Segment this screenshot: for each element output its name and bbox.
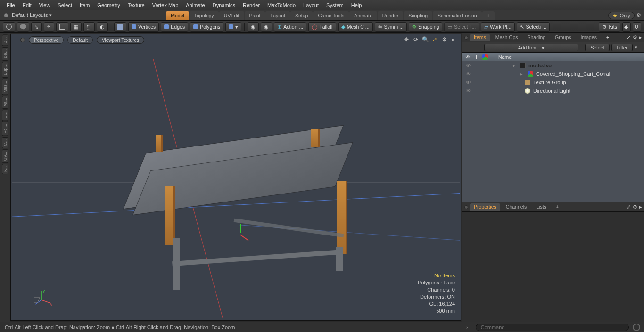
kits-button[interactable]: ⚙Kits xyxy=(599,22,620,32)
viewport-canvas[interactable] xyxy=(12,45,460,319)
eye-column-icon[interactable]: 👁 xyxy=(465,54,471,60)
leftedge-edge[interactable]: E... xyxy=(2,110,8,121)
leftedge-uv[interactable]: UV... xyxy=(2,149,8,163)
select-through[interactable]: ▭Select T... xyxy=(444,22,479,32)
menu-maxtomodo[interactable]: MaxToModo xyxy=(264,2,299,8)
symmetry-button[interactable]: ⇋Symm ... xyxy=(375,22,407,32)
engine-a-icon[interactable]: ◆ xyxy=(622,22,631,32)
tool-polygon[interactable] xyxy=(17,22,29,32)
selection-sets[interactable]: ↖Selecti ... xyxy=(517,22,550,32)
tool-circle[interactable] xyxy=(3,22,15,32)
mesh-constraint[interactable]: ◆Mesh C ... xyxy=(338,22,373,32)
vp-more-icon[interactable]: ▸ xyxy=(450,36,457,43)
vp-maximize-icon[interactable]: ⤢ xyxy=(431,36,438,43)
record-button[interactable] xyxy=(633,324,640,331)
tab-uvedit[interactable]: UVEdit xyxy=(219,11,244,20)
tree-row-light[interactable]: 👁 Directional Light xyxy=(462,87,644,95)
tool-skew[interactable]: ↘ xyxy=(31,22,42,32)
polygons-mode[interactable]: Polygons xyxy=(190,22,223,32)
viewport-tab-perspective[interactable]: Perspective xyxy=(29,36,64,44)
tab-topology[interactable]: Topology xyxy=(190,11,219,20)
select-button[interactable]: Select xyxy=(585,44,609,51)
menu-animate[interactable]: Animate xyxy=(182,2,208,8)
tab-meshops[interactable]: Mesh Ops xyxy=(492,34,522,41)
menu-render[interactable]: Render xyxy=(239,2,264,8)
vp-move-icon[interactable]: ✥ xyxy=(403,36,410,43)
vp-zoom-icon[interactable]: 🔍 xyxy=(422,36,429,43)
viewport[interactable]: Perspective Default Viewport Textures ✥ … xyxy=(10,34,461,321)
tree-row-scene[interactable]: 👁 ▾ modo.lxo xyxy=(462,61,644,70)
leftedge-value[interactable]: Va... xyxy=(2,96,8,109)
vp-settings-icon[interactable]: ⚙ xyxy=(441,36,447,43)
workplane-button[interactable]: ▱Work Pl... xyxy=(481,22,514,32)
settings-gear-icon[interactable]: ⚙ xyxy=(636,12,641,18)
action-center[interactable]: ⊕Action... xyxy=(274,22,306,32)
eye-icon[interactable]: 👁 xyxy=(465,80,471,85)
tab-setup[interactable]: Setup xyxy=(290,11,313,20)
tree-row-texturegroup[interactable]: 👁 Texture Group xyxy=(462,78,644,87)
viewport-tab-textures[interactable]: Viewport Textures xyxy=(97,36,144,44)
tab-properties[interactable]: Properties xyxy=(470,203,500,211)
tab-paint[interactable]: Paint xyxy=(245,11,265,20)
tab-images[interactable]: Images xyxy=(577,34,601,41)
eye-icon[interactable]: 👁 xyxy=(465,63,471,68)
menu-layout[interactable]: Layout xyxy=(299,2,322,8)
plus-column-icon[interactable]: ✚ xyxy=(474,54,479,60)
tab-animate[interactable]: Animate xyxy=(349,11,377,20)
material-mode[interactable]: ▾ xyxy=(225,22,241,32)
tab-layout[interactable]: Layout xyxy=(265,11,290,20)
layout-dropdown[interactable]: Default Layouts ▾ xyxy=(12,12,52,18)
axis-column-icon[interactable] xyxy=(482,54,488,60)
snapping-button[interactable]: ✥Snapping xyxy=(409,22,442,32)
eye-icon[interactable]: 👁 xyxy=(465,71,471,77)
tab-schematicfusion[interactable]: Schematic Fusion xyxy=(433,11,481,20)
panel-gear-icon[interactable]: ⚙ xyxy=(633,34,637,40)
tool-lasso[interactable]: ⌖ xyxy=(44,22,54,32)
leftedge-mesh[interactable]: Mes... xyxy=(2,79,8,95)
leftedge-f[interactable]: F... xyxy=(2,164,8,174)
panel-expand-icon[interactable]: ⤢ xyxy=(627,204,631,210)
tool-a[interactable]: ◉ xyxy=(248,22,259,32)
menu-help[interactable]: Help xyxy=(347,2,366,8)
chevron-right-icon[interactable]: ▸ xyxy=(520,71,525,77)
tab-add[interactable]: + xyxy=(482,11,495,20)
menu-texture[interactable]: Texture xyxy=(124,2,149,8)
menu-item[interactable]: Item xyxy=(76,2,93,8)
panel-menu-dot[interactable] xyxy=(464,36,468,40)
tab-lists[interactable]: Lists xyxy=(532,203,550,211)
viewport-tab-default[interactable]: Default xyxy=(67,36,93,44)
menu-vertexmap[interactable]: Vertex Map xyxy=(149,2,182,8)
leftedge-basic[interactable]: B... xyxy=(2,35,8,46)
unreal-icon[interactable]: U xyxy=(633,22,641,32)
eye-icon[interactable]: 👁 xyxy=(465,88,471,94)
tab-channels[interactable]: Channels xyxy=(502,203,530,211)
chevron-down-icon[interactable]: ▾ xyxy=(512,63,517,69)
tool-rect[interactable] xyxy=(56,22,68,32)
panel-menu-dot[interactable] xyxy=(464,205,468,209)
tab-scripting[interactable]: Scripting xyxy=(404,11,432,20)
leftedge-polygon[interactable]: Pol... xyxy=(2,121,8,136)
viewport-menu-dot[interactable] xyxy=(20,38,25,42)
menu-geometry[interactable]: Geometry xyxy=(93,2,124,8)
leftedge-duplicate[interactable]: Dup... xyxy=(2,62,8,78)
menu-view[interactable]: View xyxy=(35,2,54,8)
tab-groups[interactable]: Groups xyxy=(551,34,575,41)
tab-items[interactable]: Items xyxy=(470,34,490,41)
edges-mode[interactable]: Edges xyxy=(161,22,188,32)
filter-funnel-icon[interactable]: ▾ xyxy=(635,44,641,51)
menu-file[interactable]: File xyxy=(3,2,19,8)
command-input[interactable] xyxy=(476,324,629,331)
only-toggle[interactable]: ★Only xyxy=(608,12,635,19)
tool-paint[interactable]: ◐ xyxy=(97,22,108,32)
tab-add-properties[interactable]: + xyxy=(552,203,562,211)
vp-rotate-icon[interactable]: ⟳ xyxy=(413,36,419,43)
tab-gametools[interactable]: Game Tools xyxy=(313,11,349,20)
add-item-dropdown[interactable]: Add Item ▾ xyxy=(484,44,578,51)
tool-select[interactable]: ⬚ xyxy=(83,22,95,32)
panel-gear-icon[interactable]: ⚙ xyxy=(633,204,637,210)
falloff-button[interactable]: ◯Falloff xyxy=(308,22,336,32)
tool-grid[interactable]: ▦ xyxy=(70,22,82,32)
tab-render[interactable]: Render xyxy=(378,11,403,20)
filter-button[interactable]: Filter xyxy=(611,44,633,51)
tab-model[interactable]: Model xyxy=(166,11,189,20)
